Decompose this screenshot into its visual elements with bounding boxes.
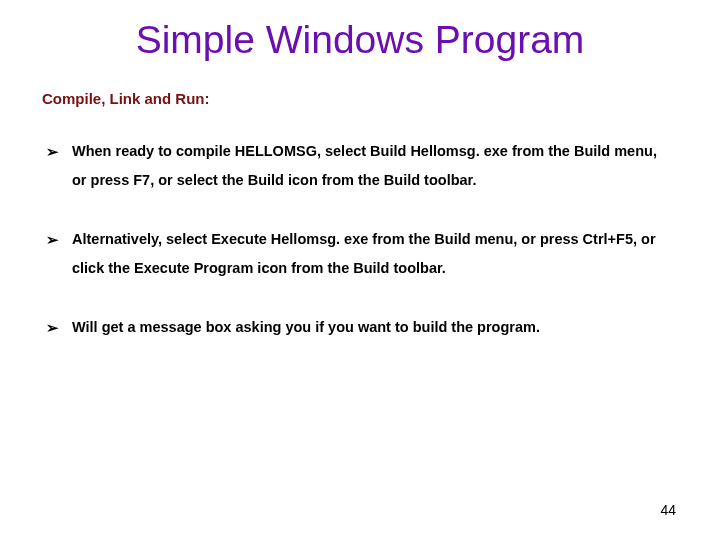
list-item: Will get a message box asking you if you… [46,313,674,342]
slide: Simple Windows Program Compile, Link and… [0,0,720,540]
page-title: Simple Windows Program [40,18,680,62]
subheading: Compile, Link and Run: [42,90,680,107]
list-item: When ready to compile HELLOMSG, select B… [46,137,674,195]
list-item: Alternatively, select Execute Hellomsg. … [46,225,674,283]
bullet-list: When ready to compile HELLOMSG, select B… [40,137,680,342]
page-number: 44 [660,502,676,518]
